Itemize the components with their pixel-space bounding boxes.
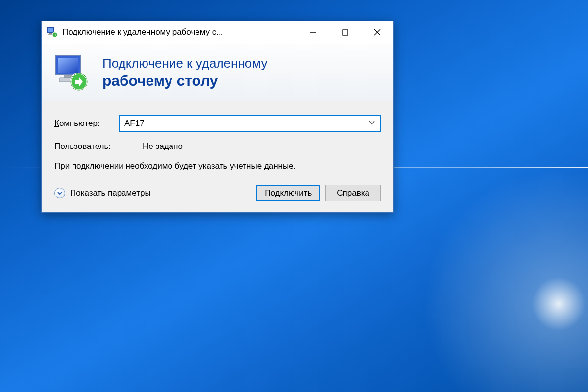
svg-rect-11 <box>64 75 72 78</box>
chevron-down-icon[interactable] <box>368 119 375 128</box>
computer-row: Компьютер: AF17 <box>54 115 381 132</box>
computer-label: Компьютер: <box>54 119 119 128</box>
help-button[interactable]: Справка <box>325 185 381 201</box>
minimize-icon <box>309 29 316 36</box>
user-row: Пользователь: Не задано <box>54 142 381 151</box>
user-label: Пользователь: <box>54 142 143 151</box>
minimize-button[interactable] <box>296 21 329 44</box>
rdp-app-icon <box>47 27 57 38</box>
svg-rect-2 <box>49 33 52 34</box>
credentials-hint: При подключении необходимо будет указать… <box>54 160 381 172</box>
banner: Подключение к удаленному рабочему столу <box>42 44 393 101</box>
connect-button[interactable]: Подключить <box>256 185 320 201</box>
computer-combobox[interactable]: AF17 <box>119 115 381 132</box>
close-icon <box>374 29 381 36</box>
user-value: Не задано <box>143 142 183 151</box>
close-button[interactable] <box>361 21 393 44</box>
titlebar[interactable]: Подключение к удаленному рабочему с... <box>42 21 393 44</box>
show-options-toggle[interactable]: Показать параметры <box>54 188 151 198</box>
maximize-icon <box>342 29 348 36</box>
form-area: Компьютер: AF17 Пользователь: Не задано … <box>42 101 393 212</box>
svg-rect-10 <box>58 58 78 73</box>
show-options-label: Показать параметры <box>70 188 151 198</box>
rdp-window: Подключение к удаленному рабочему с... <box>41 21 394 213</box>
rdp-banner-icon <box>52 53 91 92</box>
banner-line2: рабочему столу <box>102 72 267 90</box>
svg-rect-3 <box>48 34 53 35</box>
svg-rect-6 <box>343 30 348 35</box>
footer: Показать параметры Подключить Справка <box>54 185 381 201</box>
svg-rect-1 <box>48 28 53 32</box>
maximize-button[interactable] <box>329 21 361 44</box>
banner-text: Подключение к удаленному рабочему столу <box>102 55 267 90</box>
window-controls <box>296 21 393 44</box>
computer-value: AF17 <box>124 119 367 128</box>
banner-line1: Подключение к удаленному <box>102 55 267 72</box>
window-title: Подключение к удаленному рабочему с... <box>62 27 296 37</box>
expand-down-icon <box>54 188 65 198</box>
